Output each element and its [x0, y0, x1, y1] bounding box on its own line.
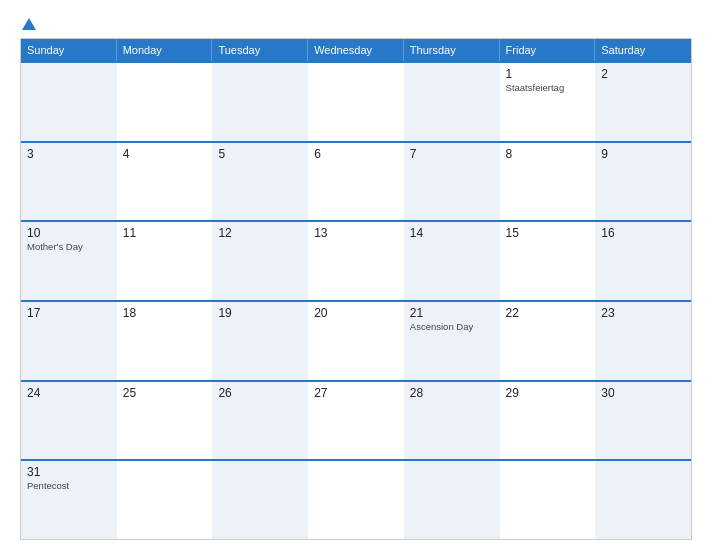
day-number: 26 — [218, 386, 302, 400]
calendar-cell: 1Staatsfeiertag — [500, 63, 596, 141]
day-number: 16 — [601, 226, 685, 240]
calendar-cell: 27 — [308, 382, 404, 460]
day-number: 31 — [27, 465, 111, 479]
day-number: 13 — [314, 226, 398, 240]
calendar-cell — [21, 63, 117, 141]
logo — [20, 18, 36, 32]
calendar-cell — [117, 461, 213, 539]
day-number: 15 — [506, 226, 590, 240]
weekday-header-wednesday: Wednesday — [308, 39, 404, 61]
day-number: 28 — [410, 386, 494, 400]
day-number: 20 — [314, 306, 398, 320]
day-number: 27 — [314, 386, 398, 400]
calendar-cell: 31Pentecost — [21, 461, 117, 539]
weekday-header-monday: Monday — [117, 39, 213, 61]
calendar-cell: 10Mother's Day — [21, 222, 117, 300]
calendar-cell: 25 — [117, 382, 213, 460]
calendar-cell: 3 — [21, 143, 117, 221]
calendar-cell — [117, 63, 213, 141]
calendar-cell — [404, 63, 500, 141]
calendar-grid: SundayMondayTuesdayWednesdayThursdayFrid… — [20, 38, 692, 540]
calendar-cell — [404, 461, 500, 539]
day-number: 24 — [27, 386, 111, 400]
day-number: 1 — [506, 67, 590, 81]
day-number: 12 — [218, 226, 302, 240]
day-number: 23 — [601, 306, 685, 320]
day-event: Mother's Day — [27, 241, 111, 252]
calendar-cell — [212, 63, 308, 141]
day-number: 25 — [123, 386, 207, 400]
weekday-header-saturday: Saturday — [595, 39, 691, 61]
day-number: 17 — [27, 306, 111, 320]
day-number: 8 — [506, 147, 590, 161]
calendar-cell: 2 — [595, 63, 691, 141]
day-number: 19 — [218, 306, 302, 320]
day-number: 2 — [601, 67, 685, 81]
day-number: 14 — [410, 226, 494, 240]
day-event: Pentecost — [27, 480, 111, 491]
calendar-cell: 24 — [21, 382, 117, 460]
calendar-cell: 20 — [308, 302, 404, 380]
calendar-cell: 18 — [117, 302, 213, 380]
calendar-cell: 22 — [500, 302, 596, 380]
day-number: 4 — [123, 147, 207, 161]
weekday-header-sunday: Sunday — [21, 39, 117, 61]
calendar-cell — [212, 461, 308, 539]
day-number: 22 — [506, 306, 590, 320]
day-number: 18 — [123, 306, 207, 320]
day-event: Ascension Day — [410, 321, 494, 332]
weekday-header-tuesday: Tuesday — [212, 39, 308, 61]
calendar-cell: 9 — [595, 143, 691, 221]
calendar-cell: 11 — [117, 222, 213, 300]
calendar-cell: 12 — [212, 222, 308, 300]
calendar-row-3: 1718192021Ascension Day2223 — [21, 300, 691, 380]
day-number: 5 — [218, 147, 302, 161]
day-event: Staatsfeiertag — [506, 82, 590, 93]
calendar-cell: 8 — [500, 143, 596, 221]
day-number: 21 — [410, 306, 494, 320]
calendar-cell — [308, 63, 404, 141]
calendar-row-0: 1Staatsfeiertag2 — [21, 61, 691, 141]
calendar-row-1: 3456789 — [21, 141, 691, 221]
day-number: 11 — [123, 226, 207, 240]
calendar-cell: 15 — [500, 222, 596, 300]
day-number: 7 — [410, 147, 494, 161]
calendar-cell: 13 — [308, 222, 404, 300]
day-number: 3 — [27, 147, 111, 161]
weekday-header-friday: Friday — [500, 39, 596, 61]
day-number: 30 — [601, 386, 685, 400]
calendar-cell: 29 — [500, 382, 596, 460]
calendar-cell: 26 — [212, 382, 308, 460]
calendar-cell: 21Ascension Day — [404, 302, 500, 380]
day-number: 6 — [314, 147, 398, 161]
calendar-cell: 16 — [595, 222, 691, 300]
calendar-cell: 17 — [21, 302, 117, 380]
calendar-cell: 30 — [595, 382, 691, 460]
logo-triangle-icon — [22, 18, 36, 30]
calendar-header: SundayMondayTuesdayWednesdayThursdayFrid… — [21, 39, 691, 61]
calendar-cell: 28 — [404, 382, 500, 460]
day-number: 9 — [601, 147, 685, 161]
day-number: 10 — [27, 226, 111, 240]
day-number: 29 — [506, 386, 590, 400]
calendar-body: 1Staatsfeiertag2345678910Mother's Day111… — [21, 61, 691, 539]
calendar-cell — [595, 461, 691, 539]
calendar-cell — [308, 461, 404, 539]
top-bar — [20, 18, 692, 32]
calendar-cell: 6 — [308, 143, 404, 221]
weekday-header-thursday: Thursday — [404, 39, 500, 61]
calendar-cell: 14 — [404, 222, 500, 300]
calendar-cell: 23 — [595, 302, 691, 380]
calendar-cell: 7 — [404, 143, 500, 221]
calendar-cell: 19 — [212, 302, 308, 380]
calendar-page: SundayMondayTuesdayWednesdayThursdayFrid… — [0, 0, 712, 550]
calendar-cell: 5 — [212, 143, 308, 221]
calendar-cell: 4 — [117, 143, 213, 221]
calendar-row-5: 31Pentecost — [21, 459, 691, 539]
calendar-row-4: 24252627282930 — [21, 380, 691, 460]
calendar-cell — [500, 461, 596, 539]
calendar-row-2: 10Mother's Day111213141516 — [21, 220, 691, 300]
